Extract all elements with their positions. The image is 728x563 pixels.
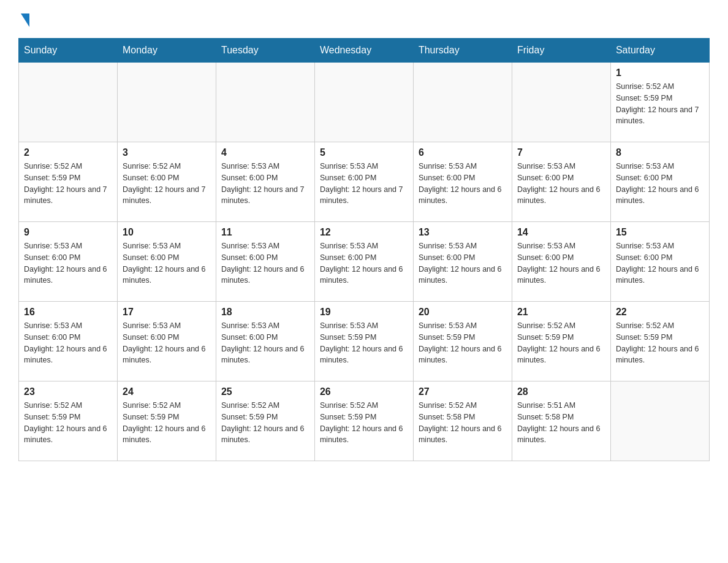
day-info: Sunrise: 5:53 AMSunset: 5:59 PMDaylight:…	[320, 320, 408, 366]
day-number: 4	[221, 147, 309, 158]
calendar-cell: 5Sunrise: 5:53 AMSunset: 6:00 PMDaylight…	[314, 142, 413, 222]
day-number: 2	[24, 147, 112, 158]
calendar-cell: 3Sunrise: 5:52 AMSunset: 6:00 PMDaylight…	[117, 142, 216, 222]
day-number: 23	[24, 386, 112, 397]
day-info: Sunrise: 5:52 AMSunset: 5:59 PMDaylight:…	[616, 81, 704, 127]
day-number: 7	[517, 147, 605, 158]
day-number: 6	[419, 147, 507, 158]
calendar-cell	[610, 381, 709, 461]
calendar-cell: 8Sunrise: 5:53 AMSunset: 6:00 PMDaylight…	[610, 142, 709, 222]
day-info: Sunrise: 5:53 AMSunset: 6:00 PMDaylight:…	[24, 240, 112, 286]
day-number: 8	[616, 147, 704, 158]
day-number: 5	[320, 147, 408, 158]
day-number: 14	[517, 227, 605, 238]
day-info: Sunrise: 5:53 AMSunset: 6:00 PMDaylight:…	[221, 320, 309, 366]
calendar-cell: 28Sunrise: 5:51 AMSunset: 5:58 PMDayligh…	[512, 381, 610, 461]
calendar-cell: 4Sunrise: 5:53 AMSunset: 6:00 PMDaylight…	[216, 142, 314, 222]
calendar-cell: 15Sunrise: 5:53 AMSunset: 6:00 PMDayligh…	[610, 222, 709, 302]
day-info: Sunrise: 5:52 AMSunset: 5:59 PMDaylight:…	[320, 400, 408, 446]
weekday-header-friday: Friday	[512, 39, 610, 63]
calendar-cell	[314, 63, 413, 142]
calendar-week-row: 23Sunrise: 5:52 AMSunset: 5:59 PMDayligh…	[19, 381, 710, 461]
day-info: Sunrise: 5:53 AMSunset: 6:00 PMDaylight:…	[320, 161, 408, 207]
day-number: 9	[24, 227, 112, 238]
calendar-cell	[19, 63, 118, 142]
logo-triangle-icon	[21, 13, 29, 27]
calendar-cell: 14Sunrise: 5:53 AMSunset: 6:00 PMDayligh…	[512, 222, 610, 302]
calendar-cell: 12Sunrise: 5:53 AMSunset: 6:00 PMDayligh…	[314, 222, 413, 302]
day-number: 24	[123, 386, 211, 397]
day-number: 17	[123, 307, 211, 318]
calendar-cell: 11Sunrise: 5:53 AMSunset: 6:00 PMDayligh…	[216, 222, 314, 302]
day-info: Sunrise: 5:52 AMSunset: 6:00 PMDaylight:…	[123, 161, 211, 207]
calendar-cell: 13Sunrise: 5:53 AMSunset: 6:00 PMDayligh…	[413, 222, 512, 302]
calendar-cell: 24Sunrise: 5:52 AMSunset: 5:59 PMDayligh…	[117, 381, 216, 461]
calendar-cell: 21Sunrise: 5:52 AMSunset: 5:59 PMDayligh…	[512, 302, 610, 381]
day-number: 16	[24, 307, 112, 318]
day-number: 22	[616, 307, 704, 318]
weekday-header-tuesday: Tuesday	[216, 39, 314, 63]
day-number: 27	[419, 386, 507, 397]
weekday-header-thursday: Thursday	[413, 39, 512, 63]
day-number: 10	[123, 227, 211, 238]
day-info: Sunrise: 5:52 AMSunset: 5:58 PMDaylight:…	[419, 400, 507, 446]
day-info: Sunrise: 5:53 AMSunset: 6:00 PMDaylight:…	[616, 240, 704, 286]
logo	[18, 12, 29, 26]
calendar-week-row: 2Sunrise: 5:52 AMSunset: 5:59 PMDaylight…	[19, 142, 710, 222]
weekday-header-monday: Monday	[117, 39, 216, 63]
day-number: 20	[419, 307, 507, 318]
calendar-cell: 20Sunrise: 5:53 AMSunset: 5:59 PMDayligh…	[413, 302, 512, 381]
calendar-cell: 1Sunrise: 5:52 AMSunset: 5:59 PMDaylight…	[610, 63, 709, 142]
day-info: Sunrise: 5:53 AMSunset: 6:00 PMDaylight:…	[320, 240, 408, 286]
day-info: Sunrise: 5:53 AMSunset: 6:00 PMDaylight:…	[24, 320, 112, 366]
weekday-header-wednesday: Wednesday	[314, 39, 413, 63]
day-info: Sunrise: 5:53 AMSunset: 6:00 PMDaylight:…	[517, 240, 605, 286]
day-info: Sunrise: 5:51 AMSunset: 5:58 PMDaylight:…	[517, 400, 605, 446]
day-info: Sunrise: 5:53 AMSunset: 5:59 PMDaylight:…	[419, 320, 507, 366]
calendar-cell	[512, 63, 610, 142]
day-number: 3	[123, 147, 211, 158]
weekday-header-sunday: Sunday	[19, 39, 118, 63]
calendar-cell: 17Sunrise: 5:53 AMSunset: 6:00 PMDayligh…	[117, 302, 216, 381]
day-info: Sunrise: 5:53 AMSunset: 6:00 PMDaylight:…	[123, 320, 211, 366]
day-number: 11	[221, 227, 309, 238]
weekday-header-row: SundayMondayTuesdayWednesdayThursdayFrid…	[19, 39, 710, 63]
day-number: 28	[517, 386, 605, 397]
calendar-table: SundayMondayTuesdayWednesdayThursdayFrid…	[18, 38, 710, 461]
day-number: 15	[616, 227, 704, 238]
day-info: Sunrise: 5:53 AMSunset: 6:00 PMDaylight:…	[419, 161, 507, 207]
calendar-cell: 26Sunrise: 5:52 AMSunset: 5:59 PMDayligh…	[314, 381, 413, 461]
calendar-cell: 7Sunrise: 5:53 AMSunset: 6:00 PMDaylight…	[512, 142, 610, 222]
calendar-cell: 19Sunrise: 5:53 AMSunset: 5:59 PMDayligh…	[314, 302, 413, 381]
day-number: 18	[221, 307, 309, 318]
calendar-week-row: 1Sunrise: 5:52 AMSunset: 5:59 PMDaylight…	[19, 63, 710, 142]
day-info: Sunrise: 5:53 AMSunset: 6:00 PMDaylight:…	[616, 161, 704, 207]
day-info: Sunrise: 5:52 AMSunset: 5:59 PMDaylight:…	[24, 161, 112, 207]
day-number: 19	[320, 307, 408, 318]
day-number: 21	[517, 307, 605, 318]
weekday-header-saturday: Saturday	[610, 39, 709, 63]
day-number: 1	[616, 67, 704, 79]
calendar-cell: 27Sunrise: 5:52 AMSunset: 5:58 PMDayligh…	[413, 381, 512, 461]
day-number: 13	[419, 227, 507, 238]
calendar-cell: 6Sunrise: 5:53 AMSunset: 6:00 PMDaylight…	[413, 142, 512, 222]
day-info: Sunrise: 5:52 AMSunset: 5:59 PMDaylight:…	[24, 400, 112, 446]
calendar-cell	[117, 63, 216, 142]
page-header	[18, 12, 710, 26]
day-info: Sunrise: 5:53 AMSunset: 6:00 PMDaylight:…	[419, 240, 507, 286]
calendar-cell: 22Sunrise: 5:52 AMSunset: 5:59 PMDayligh…	[610, 302, 709, 381]
calendar-cell: 10Sunrise: 5:53 AMSunset: 6:00 PMDayligh…	[117, 222, 216, 302]
calendar-week-row: 16Sunrise: 5:53 AMSunset: 6:00 PMDayligh…	[19, 302, 710, 381]
calendar-cell	[413, 63, 512, 142]
calendar-cell: 2Sunrise: 5:52 AMSunset: 5:59 PMDaylight…	[19, 142, 118, 222]
day-info: Sunrise: 5:52 AMSunset: 5:59 PMDaylight:…	[123, 400, 211, 446]
day-number: 25	[221, 386, 309, 397]
day-info: Sunrise: 5:53 AMSunset: 6:00 PMDaylight:…	[221, 161, 309, 207]
calendar-cell: 18Sunrise: 5:53 AMSunset: 6:00 PMDayligh…	[216, 302, 314, 381]
day-info: Sunrise: 5:53 AMSunset: 6:00 PMDaylight:…	[221, 240, 309, 286]
calendar-cell: 25Sunrise: 5:52 AMSunset: 5:59 PMDayligh…	[216, 381, 314, 461]
day-number: 12	[320, 227, 408, 238]
day-info: Sunrise: 5:52 AMSunset: 5:59 PMDaylight:…	[616, 320, 704, 366]
day-info: Sunrise: 5:53 AMSunset: 6:00 PMDaylight:…	[123, 240, 211, 286]
calendar-cell: 9Sunrise: 5:53 AMSunset: 6:00 PMDaylight…	[19, 222, 118, 302]
